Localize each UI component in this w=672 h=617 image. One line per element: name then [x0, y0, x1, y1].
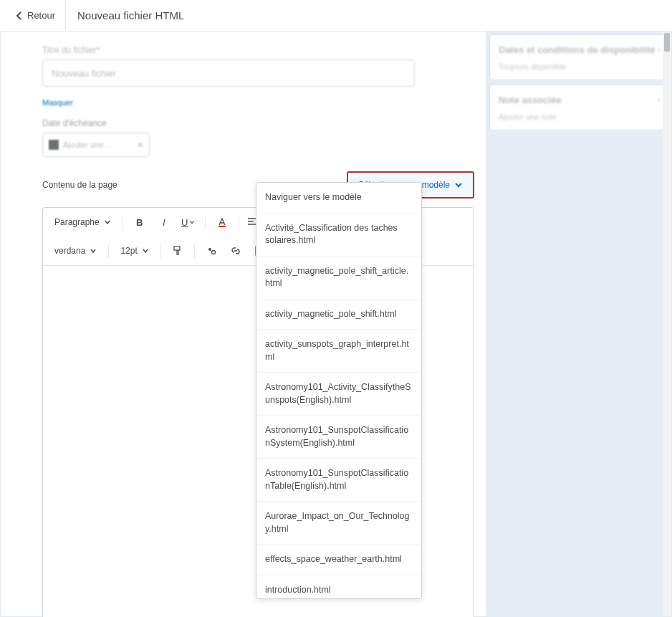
side-card-availability[interactable]: Dates et conditions de disponibilité Tou… — [489, 34, 668, 80]
format-painter-button[interactable] — [167, 241, 188, 261]
insert-stuff-button[interactable] — [201, 241, 222, 261]
back-label: Retour — [27, 10, 55, 21]
font-size-select[interactable]: 12pt — [115, 243, 154, 259]
chevron-right-icon: › — [658, 94, 661, 105]
title-input[interactable] — [42, 59, 415, 87]
underline-button[interactable]: U — [178, 212, 199, 232]
chevron-down-icon — [454, 181, 463, 189]
hide-link[interactable]: Masquer — [42, 98, 73, 107]
font-family-select[interactable]: verdana — [49, 243, 102, 259]
font-color-icon — [216, 216, 228, 228]
template-option[interactable]: Naviguer vers le modèle — [256, 183, 421, 214]
chevron-down-icon — [189, 219, 195, 225]
chevron-left-icon — [16, 11, 23, 21]
divider — [194, 244, 195, 258]
template-dropdown: Naviguer vers le modèleActivité_Classifi… — [256, 182, 422, 599]
template-option[interactable]: activity_magnetic_pole_shift.html — [256, 300, 421, 330]
font-size-label: 12pt — [120, 246, 137, 256]
card-subtitle: Toujours disponible — [499, 62, 659, 71]
title-field-label: Titre du fichier* — [42, 45, 100, 55]
template-option[interactable]: introduction.html — [256, 575, 421, 599]
svg-point-5 — [208, 248, 211, 251]
divider — [108, 244, 109, 258]
card-title: Note associée — [499, 94, 659, 107]
card-title: Dates et conditions de disponibilité — [499, 44, 659, 57]
font-color-button[interactable] — [211, 212, 233, 232]
divider — [239, 215, 239, 229]
divider — [123, 215, 123, 229]
outer-scrollbar[interactable] — [663, 32, 671, 616]
content-section-label: Contenu de la page — [42, 180, 117, 190]
insert-link-button[interactable] — [225, 241, 246, 261]
clear-date-icon[interactable]: × — [138, 139, 143, 150]
template-option[interactable]: Aurorae_Impact_on_Our_Technology.html — [256, 502, 421, 545]
header-bar: Retour Nouveau fichier HTML — [0, 0, 672, 32]
block-format-label: Paragraphe — [54, 217, 100, 227]
italic-button[interactable]: I — [153, 212, 175, 232]
chevron-right-icon: › — [658, 44, 661, 54]
due-date-label: Date d'échéance — [42, 118, 469, 128]
template-option[interactable]: activity_magnetic_pole_shift_article.htm… — [256, 257, 421, 300]
form-area: Titre du fichier* Masquer Date d'échéanc… — [1, 32, 486, 163]
template-option[interactable]: Astronomy101_SunspotClassificationSystem… — [256, 416, 421, 459]
template-option[interactable]: Astronomy101_Activity_ClassifytheSunspot… — [256, 373, 421, 416]
font-family-label: verdana — [54, 246, 85, 256]
format-painter-icon — [172, 245, 183, 257]
calendar-icon — [49, 140, 59, 150]
side-card-grade[interactable]: Note associée Ajouter une note › — [489, 85, 668, 130]
due-date-placeholder: Ajouter une… — [63, 140, 138, 149]
link-icon — [230, 245, 241, 257]
card-subtitle: Ajouter une note — [499, 113, 659, 121]
template-dropdown-scroll[interactable]: Naviguer vers le modèleActivité_Classifi… — [256, 183, 421, 598]
block-format-select[interactable]: Paragraphe — [49, 214, 117, 230]
template-option[interactable]: Astronomy101_SunspotClassificationTable(… — [256, 459, 421, 502]
chevron-down-icon — [142, 247, 149, 254]
svg-point-6 — [211, 251, 215, 254]
svg-rect-4 — [174, 247, 180, 250]
chevron-down-icon — [104, 219, 111, 226]
side-column: Dates et conditions de disponibilité Tou… — [486, 32, 671, 616]
svg-rect-0 — [219, 226, 226, 227]
template-option[interactable]: effects_space_weather_earth.html — [256, 545, 421, 575]
insert-stuff-icon — [206, 245, 217, 257]
template-option[interactable]: activity_sunspots_graph_interpret.html — [256, 330, 421, 373]
due-date-input[interactable]: Ajouter une… × — [42, 133, 150, 157]
scrollbar-thumb[interactable] — [664, 33, 670, 52]
page-title: Nouveau fichier HTML — [66, 9, 196, 21]
divider — [160, 244, 161, 258]
divider — [205, 215, 206, 229]
bold-button[interactable]: B — [129, 212, 150, 232]
template-option[interactable]: Activité_Classification des taches solai… — [256, 214, 421, 257]
chevron-down-icon — [90, 247, 97, 254]
back-button[interactable]: Retour — [6, 0, 66, 31]
